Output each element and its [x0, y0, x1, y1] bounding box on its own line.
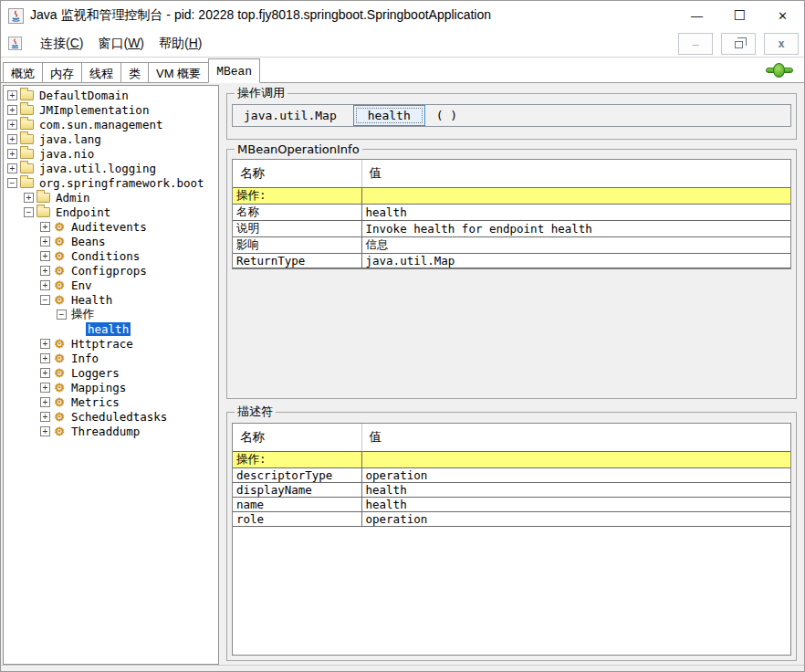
row-name-cell: 名称: [233, 204, 361, 220]
expand-toggle-icon[interactable]: +: [40, 353, 50, 363]
row-value-cell: 信息: [361, 236, 790, 253]
table-row[interactable]: ReturnTypejava.util.Map: [233, 253, 790, 268]
invoke-health-button[interactable]: health: [353, 105, 425, 126]
tree-item-label[interactable]: Mappings: [69, 381, 128, 394]
expand-toggle-icon[interactable]: +: [7, 120, 17, 130]
tree-item-label[interactable]: java.util.logging: [37, 162, 158, 175]
row-name-cell: ReturnType: [233, 253, 361, 268]
tree-item-beans: +⚙Beans: [4, 234, 218, 248]
tree-item-label[interactable]: Threaddump: [69, 425, 141, 438]
tab-memory[interactable]: 内存: [42, 62, 82, 83]
tab-mbean[interactable]: MBean: [208, 58, 260, 83]
tree-item-label[interactable]: JMImplementation: [37, 103, 151, 117]
tree-item-label[interactable]: Conditions: [69, 249, 141, 263]
window-close-button[interactable]: ✕: [761, 1, 804, 30]
table-row[interactable]: displayNamehealth: [233, 482, 790, 497]
expand-toggle-icon[interactable]: +: [40, 368, 50, 378]
title-bar: Java 监视和管理控制台 - pid: 20228 top.fjy8018.s…: [1, 1, 804, 30]
expand-toggle-icon[interactable]: +: [40, 339, 50, 349]
jconsole-window: Java 监视和管理控制台 - pid: 20228 top.fjy8018.s…: [0, 0, 805, 672]
expand-toggle-icon[interactable]: +: [40, 280, 50, 290]
tree-item-label[interactable]: Endpoint: [54, 205, 112, 219]
tree-item-label[interactable]: Metrics: [69, 395, 121, 409]
expand-toggle-icon[interactable]: +: [40, 266, 50, 276]
tab-vm-summary[interactable]: VM 概要: [148, 62, 209, 83]
collapse-toggle-icon[interactable]: −: [57, 310, 67, 320]
tab-classes[interactable]: 类: [120, 62, 149, 83]
tree-item-info: +⚙Info: [4, 351, 218, 365]
table-row[interactable]: 操作:: [233, 187, 790, 204]
table-header-row: 名称 值: [233, 160, 790, 187]
tree-item-jmimplementation: +JMImplementation: [4, 102, 218, 117]
row-value-cell: Invoke health for endpoint health: [361, 220, 790, 236]
descriptor-table: 名称 值 操作:descriptorTypeoperationdisplayNa…: [233, 424, 790, 527]
tree-item-label[interactable]: Scheduledtasks: [69, 410, 169, 424]
operation-invocation-group: 操作调用 java.util.Map health ( ): [226, 85, 797, 140]
tree-item-label[interactable]: Loggers: [69, 366, 121, 380]
expand-toggle-icon[interactable]: +: [40, 383, 50, 393]
expand-toggle-icon[interactable]: +: [7, 149, 17, 159]
window-maximize-button[interactable]: ☐: [718, 1, 761, 30]
menu-connection[interactable]: 连接(C): [37, 34, 86, 54]
frame-minimize-button[interactable]: _: [678, 33, 713, 55]
tree-item-label[interactable]: Info: [69, 352, 100, 365]
table-row[interactable]: namehealth: [233, 497, 790, 511]
collapse-toggle-icon[interactable]: −: [40, 295, 50, 305]
tree-item-label[interactable]: Httptrace: [69, 337, 135, 351]
folder-icon: [20, 149, 34, 159]
tree-item-label[interactable]: java.nio: [37, 147, 96, 161]
tree-item-label[interactable]: Auditevents: [69, 220, 149, 234]
expand-toggle-icon[interactable]: +: [7, 105, 17, 115]
tree-item-label[interactable]: Health: [69, 293, 114, 307]
table-row[interactable]: 操作:: [233, 451, 790, 467]
menu-window[interactable]: 窗口(W): [95, 34, 147, 54]
tree-item-label[interactable]: java.lang: [37, 132, 103, 146]
tree-item-label[interactable]: 操作: [69, 307, 96, 322]
operation-return-type: java.util.Map: [244, 109, 337, 122]
expand-toggle-icon[interactable]: +: [40, 426, 50, 436]
tree-item-label[interactable]: Env: [69, 278, 94, 292]
expand-toggle-icon[interactable]: +: [40, 236, 50, 247]
collapse-toggle-icon[interactable]: −: [7, 178, 17, 188]
expand-toggle-icon[interactable]: +: [7, 163, 17, 173]
tree-item-label[interactable]: Admin: [54, 191, 92, 205]
expand-toggle-icon[interactable]: +: [40, 412, 50, 422]
table-row[interactable]: descriptorTypeoperation: [233, 467, 790, 482]
expand-toggle-icon[interactable]: +: [40, 397, 50, 407]
expand-toggle-icon[interactable]: +: [40, 251, 50, 261]
java-app-icon: [8, 8, 24, 24]
tree-item--: −操作: [4, 307, 218, 321]
tree-item-label[interactable]: health: [86, 322, 131, 336]
row-value-cell: health: [361, 497, 790, 511]
menu-help[interactable]: 帮助(H): [156, 34, 204, 54]
mbean-icon: ⚙: [53, 265, 66, 277]
tree-item-label[interactable]: Beans: [69, 235, 108, 248]
tab-overview[interactable]: 概览: [3, 62, 43, 83]
expand-toggle-icon[interactable]: +: [40, 222, 50, 232]
tab-threads[interactable]: 线程: [81, 62, 121, 83]
tree-item-label[interactable]: org.springframework.boot: [37, 176, 206, 190]
window-minimize-button[interactable]: —: [675, 1, 718, 30]
mbean-icon: ⚙: [53, 236, 66, 247]
table-row[interactable]: 影响信息: [233, 236, 790, 253]
table-row[interactable]: roleoperation: [233, 511, 790, 526]
tree-item-label[interactable]: com.sun.management: [37, 118, 164, 131]
frame-close-button[interactable]: x: [764, 33, 799, 55]
table-row[interactable]: 说明Invoke health for endpoint health: [233, 220, 790, 236]
tree-item-label[interactable]: Configprops: [69, 264, 149, 278]
expand-toggle-icon[interactable]: +: [7, 134, 17, 144]
column-header-value: 值: [361, 160, 790, 187]
restore-icon: [735, 41, 743, 48]
folder-icon: [20, 90, 34, 100]
table-row[interactable]: 名称health: [233, 204, 790, 220]
row-name-cell: 操作:: [233, 187, 361, 204]
collapse-toggle-icon[interactable]: −: [24, 207, 34, 217]
expand-toggle-icon[interactable]: +: [7, 90, 17, 100]
operation-info-table-container: 名称 值 操作:名称health说明Invoke health for endp…: [232, 159, 791, 269]
window-controls: — ☐ ✕: [675, 1, 804, 30]
operation-args: ( ): [436, 109, 457, 122]
tree-item-label[interactable]: DefaultDomain: [37, 89, 131, 102]
tree-item-conditions: +⚙Conditions: [4, 248, 218, 263]
expand-toggle-icon[interactable]: +: [24, 193, 34, 203]
frame-restore-button[interactable]: [721, 33, 756, 55]
